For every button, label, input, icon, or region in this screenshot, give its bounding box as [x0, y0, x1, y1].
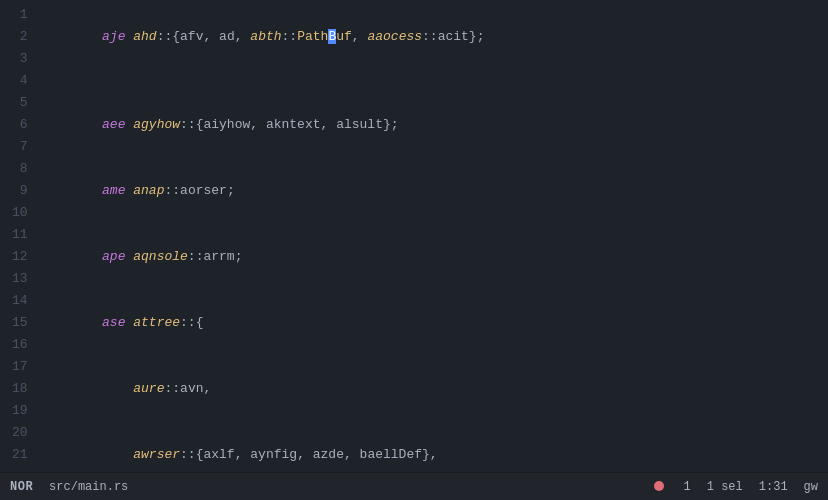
- editor: 1 2 3 4 5 6 7 8 9 10 11 12 13 14 15 16 1…: [0, 0, 828, 500]
- code-line-1: aje ahd::{afv, ad, abth::PathBuf, aaoces…: [40, 4, 818, 70]
- error-dot: [654, 480, 668, 494]
- code-lines[interactable]: aje ahd::{afv, ad, abth::PathBuf, aaoces…: [40, 4, 828, 472]
- sel-status: 1 sel: [707, 480, 743, 494]
- code-line-6: ase attree::{: [40, 290, 818, 356]
- code-area[interactable]: 1 2 3 4 5 6 7 8 9 10 11 12 13 14 15 16 1…: [0, 0, 828, 472]
- mode-badge: NOR: [10, 480, 33, 494]
- line-numbers: 1 2 3 4 5 6 7 8 9 10 11 12 13 14 15 16 1…: [0, 4, 40, 472]
- code-line-8: awrser::{axlf, aynfig, azde, baellDef},: [40, 422, 818, 472]
- statusbar-left: NOR src/main.rs: [10, 480, 128, 494]
- line-number-status: 1: [684, 480, 691, 494]
- code-line-2: [40, 70, 818, 92]
- code-line-4: ame anap::aorser;: [40, 158, 818, 224]
- statusbar: NOR src/main.rs 1 1 sel 1:31 gw: [0, 472, 828, 500]
- col-status: 1:31: [759, 480, 788, 494]
- code-line-3: aee agyhow::{aiyhow, akntext, alsult};: [40, 92, 818, 158]
- file-path: src/main.rs: [49, 480, 128, 494]
- statusbar-right: 1 1 sel 1:31 gw: [654, 480, 818, 494]
- code-line-5: ape aqnsole::arrm;: [40, 224, 818, 290]
- code-line-7: aure::avn,: [40, 356, 818, 422]
- branch-status: gw: [804, 480, 818, 494]
